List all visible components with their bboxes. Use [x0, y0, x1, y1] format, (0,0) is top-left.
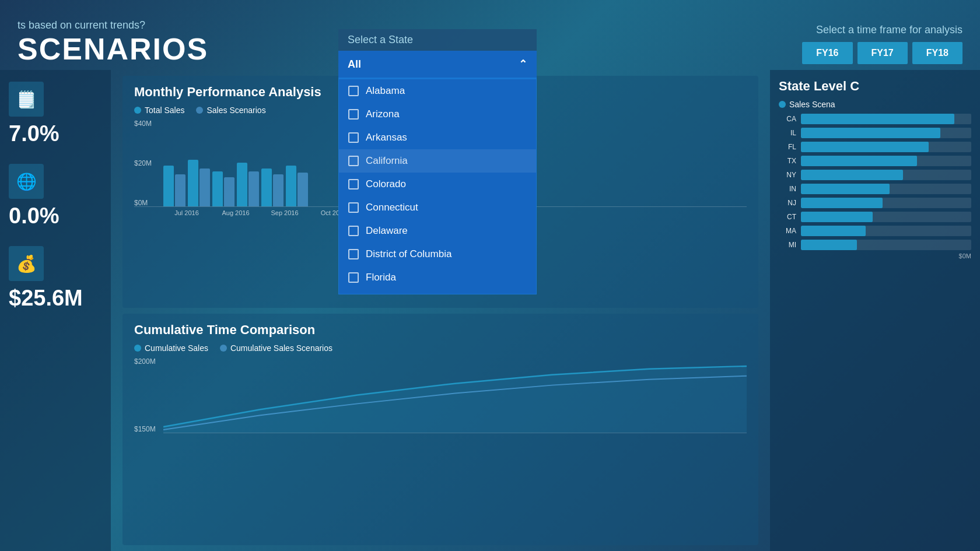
- sales-scenarios-label: Sales Scenarios: [206, 106, 265, 115]
- state-legend-label: Sales Scena: [789, 100, 835, 109]
- dropdown-checkbox[interactable]: [348, 202, 359, 213]
- fy16-button[interactable]: FY16: [802, 42, 852, 64]
- state-label: MI: [779, 241, 796, 249]
- bar-scenario: [273, 174, 284, 206]
- state-bar-fill: [801, 156, 917, 166]
- total-sales-label: Total Sales: [145, 106, 184, 115]
- x-axis-label: Jul 2016: [163, 209, 210, 216]
- state-bar-fill: [801, 240, 857, 250]
- cumulative-chart-area: $200M $150M: [134, 357, 747, 433]
- dropdown-checkbox[interactable]: [348, 249, 359, 259]
- dropdown-checkbox[interactable]: [348, 179, 359, 189]
- legend-cum-sales: Cumulative Sales: [134, 343, 208, 353]
- cum-sales-label: Cumulative Sales: [145, 343, 208, 353]
- cumulative-title: Cumulative Time Comparison: [134, 322, 747, 338]
- state-bar-bg: [801, 156, 971, 166]
- dropdown-item[interactable]: Alabama: [339, 79, 536, 103]
- x-axis-label: Aug 2016: [212, 209, 259, 216]
- dropdown-item[interactable]: District of Columbia: [339, 243, 536, 266]
- dropdown-all-label: All: [348, 58, 361, 71]
- state-label: MA: [779, 227, 796, 235]
- state-dropdown[interactable]: Select a State All ⌃ AlabamaArizonaArkan…: [338, 29, 537, 294]
- fy17-button[interactable]: FY17: [858, 42, 908, 64]
- bar-group: [261, 169, 284, 206]
- state-bar-bg: [801, 128, 971, 138]
- y-label-40m: $40M: [134, 120, 152, 128]
- state-bar-bg: [801, 198, 971, 208]
- state-bar-chart: CAILFLTXNYINNJCTMAMI: [779, 114, 971, 250]
- dropdown-item[interactable]: Colorado: [339, 173, 536, 196]
- dropdown-checkbox[interactable]: [348, 272, 359, 283]
- dropdown-item-label: Arizona: [366, 108, 400, 120]
- dropdown-checkbox[interactable]: [348, 132, 359, 143]
- state-bar-fill: [801, 170, 903, 180]
- fy18-button[interactable]: FY18: [912, 42, 963, 64]
- dropdown-item[interactable]: Delaware: [339, 219, 536, 243]
- dropdown-item[interactable]: Arizona: [339, 103, 536, 126]
- bar-scenario: [175, 174, 186, 206]
- state-bar-row: FL: [779, 142, 971, 152]
- bar-group: [286, 166, 308, 206]
- state-bar-row: IL: [779, 128, 971, 138]
- metric-3: 💰 $25.6M: [9, 246, 102, 311]
- cum-y-150m: $150M: [134, 425, 156, 433]
- dropdown-item[interactable]: Florida: [339, 266, 536, 289]
- bar-scenario: [200, 169, 210, 206]
- cum-scenarios-dot: [220, 345, 227, 352]
- bar-total: [286, 166, 296, 206]
- dropdown-item[interactable]: Connecticut: [339, 196, 536, 219]
- scenarios-title: SCENARIOS: [18, 34, 356, 64]
- dropdown-item-label: Florida: [366, 272, 396, 283]
- timeframe-label: Select a time frame for analysis: [816, 24, 963, 36]
- right-sidebar: State Level C Sales Scena CAILFLTXNYINNJ…: [770, 70, 980, 551]
- state-bar-row: NJ: [779, 198, 971, 208]
- y-label-0m: $0M: [134, 199, 152, 207]
- legend-total-sales: Total Sales: [134, 106, 184, 115]
- dropdown-select-box[interactable]: All ⌃: [338, 51, 537, 79]
- state-bar-bg: [801, 142, 971, 152]
- state-bar-fill: [801, 184, 890, 194]
- dropdown-list[interactable]: AlabamaArizonaArkansasCaliforniaColorado…: [338, 79, 537, 294]
- dropdown-checkbox[interactable]: [348, 109, 359, 120]
- state-bar-bg: [801, 240, 971, 250]
- metric-1: 🗒️ 7.0%: [9, 82, 102, 146]
- dropdown-header-text: Select a State: [348, 34, 413, 45]
- legend-cum-scenarios: Cumulative Sales Scenarios: [220, 343, 332, 353]
- state-bar-row: NY: [779, 170, 971, 180]
- state-label: TX: [779, 157, 796, 165]
- state-legend-item: Sales Scena: [779, 100, 835, 109]
- dropdown-checkbox[interactable]: [348, 86, 359, 96]
- state-bar-bg: [801, 184, 971, 194]
- bar-scenario: [249, 171, 259, 206]
- bar-total: [212, 171, 223, 206]
- dropdown-item[interactable]: California: [339, 149, 536, 173]
- state-bar-row: TX: [779, 156, 971, 166]
- chevron-up-icon: ⌃: [519, 58, 527, 71]
- state-bar-row: CA: [779, 114, 971, 124]
- dropdown-item[interactable]: Georgia: [339, 289, 536, 294]
- bar-total: [261, 169, 272, 206]
- state-bar-fill: [801, 226, 866, 236]
- dropdown-all-row[interactable]: All ⌃: [338, 51, 537, 78]
- globe-icon: 🌐: [9, 164, 44, 199]
- state-bar-bg: [801, 212, 971, 222]
- dropdown-checkbox[interactable]: [348, 226, 359, 236]
- metric-1-value: 7.0%: [9, 121, 60, 146]
- bar-group: [163, 166, 186, 206]
- bar-group: [212, 171, 235, 206]
- state-bar-fill: [801, 128, 940, 138]
- state-label: NJ: [779, 199, 796, 207]
- x-axis-label: Sep 2016: [261, 209, 308, 216]
- legend-sales-scenarios: Sales Scenarios: [196, 106, 265, 115]
- dropdown-checkbox[interactable]: [348, 156, 359, 166]
- dropdown-item[interactable]: Arkansas: [339, 126, 536, 149]
- state-bar-row: IN: [779, 184, 971, 194]
- dropdown-item-label: Delaware: [366, 225, 408, 237]
- state-label: FL: [779, 143, 796, 151]
- dropdown-header: Select a State: [338, 29, 537, 51]
- cumulative-panel: Cumulative Time Comparison Cumulative Sa…: [123, 314, 758, 546]
- bar-group: [237, 163, 259, 206]
- bar-total: [188, 160, 198, 206]
- fy-buttons-group: FY16 FY17 FY18: [802, 42, 963, 64]
- state-level-title: State Level C: [779, 79, 971, 94]
